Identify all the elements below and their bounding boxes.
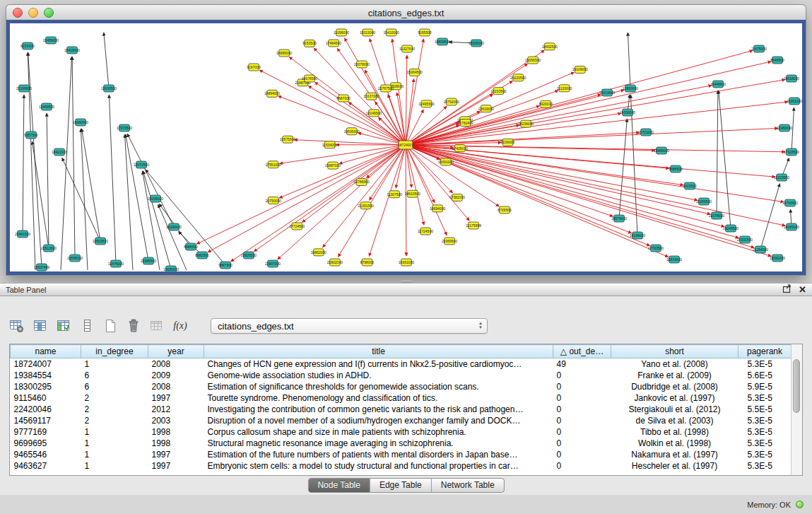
graph-node-label: 19958000 [654, 148, 669, 153]
graph-node-label: 9197000 [247, 65, 261, 69]
cell-in_degree: 1 [81, 358, 148, 370]
merge-tables-icon[interactable] [148, 317, 165, 334]
graph-edge[interactable] [314, 82, 406, 145]
window-titlebar[interactable]: citations_edges.txt [6, 4, 806, 21]
column-header-short[interactable]: short [611, 345, 739, 358]
graph-edge[interactable] [406, 145, 710, 214]
column-header-out_de[interactable]: △ out_de… [553, 345, 611, 358]
table-row[interactable]: 1456911722003Disruption of a novel membe… [11, 415, 792, 426]
graph-edge[interactable] [406, 62, 771, 145]
import-table-icon[interactable] [55, 317, 72, 334]
graph-node-label: 17763500 [648, 246, 664, 250]
column-header-name[interactable]: name [11, 345, 81, 358]
graph-edge[interactable] [406, 86, 712, 145]
graph-edge[interactable] [628, 33, 630, 88]
graph-edge[interactable] [146, 170, 225, 265]
table-row[interactable]: 1938455462009Genome-wide association stu… [11, 370, 792, 381]
graph-node-label: 19862000 [311, 250, 326, 255]
graph-edge[interactable] [279, 145, 406, 198]
graph-edge[interactable] [230, 145, 406, 262]
graph-edge[interactable] [406, 50, 544, 145]
graph-edge[interactable] [109, 95, 116, 264]
column-header-pagerank[interactable]: pagerank [739, 345, 792, 358]
graph-node-label: 19809500 [435, 40, 450, 44]
table-options-icon-graphic [9, 318, 25, 334]
zoom-window-button[interactable] [44, 8, 54, 18]
close-window-button[interactable] [13, 8, 23, 18]
table-selector-combobox[interactable]: citations_edges.txt ▲▼ [211, 318, 488, 334]
cell-out_degree: 0 [553, 426, 611, 438]
graph-edge[interactable] [32, 141, 49, 248]
table-options-icon[interactable] [8, 317, 25, 334]
table-row[interactable]: 946362711997Embryonic stem cells: a mode… [11, 460, 792, 472]
close-panel-icon[interactable]: ✕ [799, 285, 806, 294]
column-header-year[interactable]: year [148, 345, 204, 358]
graph-edge[interactable] [23, 95, 24, 234]
table-scrollbar-thumb[interactable] [793, 359, 800, 413]
tab-edge-table[interactable]: Edge Table [370, 479, 432, 492]
graph-edge[interactable] [348, 102, 406, 145]
graph-edge[interactable] [406, 145, 424, 225]
graph-edge[interactable] [406, 145, 785, 226]
show-columns-icon[interactable] [32, 317, 49, 334]
graph-edge[interactable] [406, 145, 698, 200]
graph-edge[interactable] [406, 145, 739, 238]
network-canvas[interactable]: 1742600016091000173810001669400014610500… [10, 23, 802, 271]
float-panel-icon[interactable] [782, 284, 792, 296]
graph-node-label: 11120000 [557, 86, 572, 90]
graph-edge[interactable] [308, 86, 406, 145]
graph-edge[interactable] [719, 90, 731, 228]
memory-status-led [796, 501, 804, 508]
column-header-title[interactable]: title [204, 345, 553, 358]
table-row[interactable]: 969969511998Structural magnetic resonanc… [11, 438, 792, 449]
graph-node-label: 19245500 [723, 226, 739, 230]
cell-in_degree: 2 [81, 392, 148, 404]
graph-edge[interactable] [717, 90, 718, 216]
graph-edge[interactable] [72, 57, 75, 258]
graph-edge[interactable] [81, 129, 100, 241]
graph-node-label: 9236000 [501, 140, 515, 144]
graph-edge[interactable] [61, 57, 72, 270]
delete-table-icon[interactable] [125, 317, 142, 334]
table-row[interactable]: 1830029562008Estimation of significance … [11, 381, 792, 392]
table-row[interactable]: 946554611997Estimation of the future num… [11, 449, 792, 460]
graph-edge[interactable] [158, 204, 187, 270]
graph-edge[interactable] [406, 55, 407, 145]
graph-edge[interactable] [81, 129, 88, 270]
function-builder-icon[interactable]: f(x) [172, 317, 189, 334]
graph-edge[interactable] [406, 39, 423, 145]
graph-edge[interactable] [406, 145, 406, 256]
row-options-icon[interactable] [78, 317, 95, 334]
create-table-icon[interactable] [102, 317, 119, 334]
tab-node-table[interactable]: Node Table [308, 479, 370, 492]
graph-node-label: 8709500 [498, 208, 512, 212]
cell-out_degree: 0 [553, 449, 611, 460]
graph-edge[interactable] [278, 96, 406, 145]
table-scrollbar[interactable] [791, 344, 802, 475]
column-header-in_degree[interactable]: in_degree [81, 345, 148, 358]
graph-node-label: 12476000 [108, 262, 124, 266]
table-row[interactable]: 911546021997Tourette syndrome. Phenomeno… [11, 392, 792, 404]
graph-edge[interactable] [278, 145, 406, 259]
table-row[interactable]: 977716911998Corpus callosum shape and si… [11, 426, 792, 438]
graph-edge[interactable] [47, 113, 49, 248]
graph-edge[interactable] [760, 184, 779, 250]
graph-edge[interactable] [62, 158, 100, 241]
graph-edge[interactable] [104, 33, 109, 88]
graph-edge[interactable] [259, 70, 406, 145]
panel-splitter[interactable] [0, 277, 812, 283]
minimize-window-button[interactable] [28, 8, 38, 18]
graph-edge[interactable] [338, 145, 406, 257]
graph-edge[interactable] [127, 134, 174, 227]
cell-short: Franke et al. (2009) [611, 370, 739, 381]
table-row[interactable]: 1872400712008Changes of HCN gene express… [11, 358, 792, 370]
graph-edge[interactable] [125, 134, 133, 270]
table-row[interactable]: 2242004622012Investigating the contribut… [11, 404, 792, 415]
table-header-row: namein_degreeyeartitle△ out_de…shortpage… [11, 345, 792, 358]
graph-edge[interactable] [406, 90, 558, 145]
combobox-arrows-icon[interactable]: ▲▼ [478, 321, 483, 329]
cell-year: 2003 [148, 415, 204, 426]
tab-network-table[interactable]: Network Table [432, 479, 504, 492]
graph-edge[interactable] [406, 78, 414, 145]
graph-edge[interactable] [406, 50, 753, 145]
